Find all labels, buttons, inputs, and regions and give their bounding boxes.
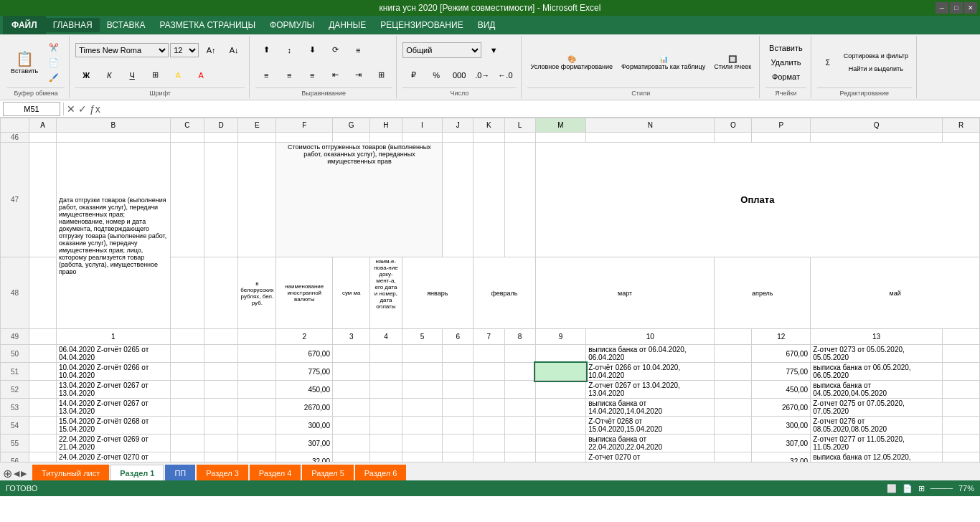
cell-c54[interactable] [170,417,204,435]
cell-g56[interactable] [333,452,370,462]
col-header-n[interactable]: N [586,118,715,133]
col-header-p[interactable]: P [752,118,811,133]
cell-j51[interactable] [443,363,473,381]
cell-b52[interactable]: 13.04.2020 Z-отчет 0267 от 13.04.2020 [56,381,170,399]
cell-a54[interactable] [29,417,57,435]
cell-f46[interactable] [276,133,333,143]
cell-f56[interactable]: 32,00 [276,452,333,462]
cell-f49[interactable]: 2 [276,329,333,345]
format-cells-btn[interactable]: Формат [765,70,806,83]
decrease-font-btn[interactable]: A↓ [223,44,245,57]
review-menu[interactable]: РЕЦЕНЗИРОВАНИЕ [373,18,470,32]
insert-function-icon[interactable]: ƒx [90,103,100,115]
cell-n54[interactable]: Z-Отчёт 0268 от 15.04.2020,15.04.2020 [586,417,715,435]
insert-menu[interactable]: ВСТАВКА [100,18,153,32]
cell-p51[interactable]: 775,00 [752,363,811,381]
cell-b55[interactable]: 22.04.2020 Z-отчет 0269 от 21.04.2020 [56,435,170,452]
cell-e49[interactable] [238,329,276,345]
cell-k49[interactable]: 7 [473,329,504,345]
cell-d54[interactable] [204,417,238,435]
cell-b49[interactable]: 1 [56,329,170,345]
font-color-button[interactable]: A [190,69,212,82]
cell-q55[interactable]: Z-отчет 0277 от 11.05.2020, 11.05.2020 [811,435,943,452]
cell-i55[interactable] [402,435,443,452]
cell-d49[interactable] [204,329,238,345]
cell-i53[interactable] [402,399,443,417]
border-button[interactable]: ⊞ [144,68,166,82]
cell-k54[interactable] [473,417,504,435]
cell-c49[interactable] [170,329,204,345]
cell-h50[interactable] [370,345,402,363]
cell-a47[interactable] [29,143,57,257]
cell-e47[interactable] [238,143,276,257]
cell-k50[interactable] [473,345,504,363]
cell-n49[interactable]: 10 [586,329,715,345]
cell-a46[interactable] [29,133,57,143]
cell-e50[interactable] [238,345,276,363]
sheet-tab-razdel5[interactable]: Раздел 5 [302,465,354,480]
page-layout-btn[interactable]: 📄 [903,484,913,493]
cell-f55[interactable]: 307,00 [276,435,333,452]
cell-g49[interactable]: 3 [333,329,370,345]
minimize-btn[interactable]: ─ [936,2,948,14]
cell-o55[interactable] [715,435,752,452]
cell-i54[interactable] [402,417,443,435]
cell-j55[interactable] [443,435,473,452]
delete-cells-btn[interactable]: Удалить [765,56,806,69]
sheet-tab-razdel4[interactable]: Раздел 4 [250,465,301,480]
formula-input[interactable] [103,102,977,116]
cell-k56[interactable] [473,452,504,462]
cell-n51[interactable]: Z-отчёт 0266 от 10.04.2020, 10.04.2020 [586,363,715,381]
cell-l46[interactable] [504,133,535,143]
add-sheet-btn[interactable]: ⊕ [3,467,12,480]
col-header-b[interactable]: B [56,118,170,133]
cell-i52[interactable] [402,381,443,399]
cell-d56[interactable] [204,452,238,462]
cell-g55[interactable] [333,435,370,452]
cell-m54[interactable] [535,417,585,435]
cell-d55[interactable] [204,435,238,452]
cell-a51[interactable] [29,363,57,381]
cell-l51[interactable] [504,363,535,381]
cell-i46[interactable] [402,133,443,143]
cell-j47[interactable] [443,143,473,257]
cell-o46[interactable] [715,133,752,143]
cell-j50[interactable] [443,345,473,363]
cell-o49[interactable] [715,329,752,345]
percent-btn[interactable]: % [425,69,447,82]
cell-n46[interactable] [586,133,715,143]
cell-h52[interactable] [370,381,402,399]
increase-decimal-btn[interactable]: .0→ [471,69,493,82]
cell-d48[interactable] [170,257,204,329]
underline-button[interactable]: Ч [121,69,143,82]
home-menu[interactable]: ГЛАВНАЯ [46,18,100,32]
cell-p53[interactable]: 2670,00 [752,399,811,417]
cell-e56[interactable] [238,452,276,462]
cell-g46[interactable] [333,133,370,143]
col-header-i[interactable]: I [402,118,443,133]
cell-d46[interactable] [204,133,238,143]
cell-l54[interactable] [504,417,535,435]
view-menu[interactable]: ВИД [471,18,503,32]
cell-l52[interactable] [504,381,535,399]
col-header-f[interactable]: F [276,118,333,133]
wrap-text-btn[interactable]: ≡ [347,44,369,57]
cell-r52[interactable] [943,381,980,399]
cell-g52[interactable] [333,381,370,399]
cell-p52[interactable]: 450,00 [752,381,811,399]
cell-d50[interactable] [204,345,238,363]
autosum-btn[interactable]: Σ [817,41,839,84]
cell-h46[interactable] [370,133,402,143]
comma-btn[interactable]: 000 [448,69,470,82]
col-header-m[interactable]: M [535,118,585,133]
cell-b50[interactable]: 06.04.2020 Z-отчёт 0265 от 04.04.2020 [56,345,170,363]
sort-filter-btn[interactable]: Сортировка и фильтр [840,50,912,62]
cell-q56[interactable]: выписка банка от 12.05.2020, 12.05.2020 [811,452,943,462]
page-break-btn[interactable]: ⊞ [918,484,925,493]
increase-indent-btn[interactable]: ⇥ [347,68,369,82]
cell-m51[interactable] [535,363,585,381]
cell-p56[interactable]: 32,00 [752,452,811,462]
cell-l47[interactable] [504,143,535,257]
align-center-btn[interactable]: ≡ [278,69,300,82]
cell-r50[interactable] [943,345,980,363]
